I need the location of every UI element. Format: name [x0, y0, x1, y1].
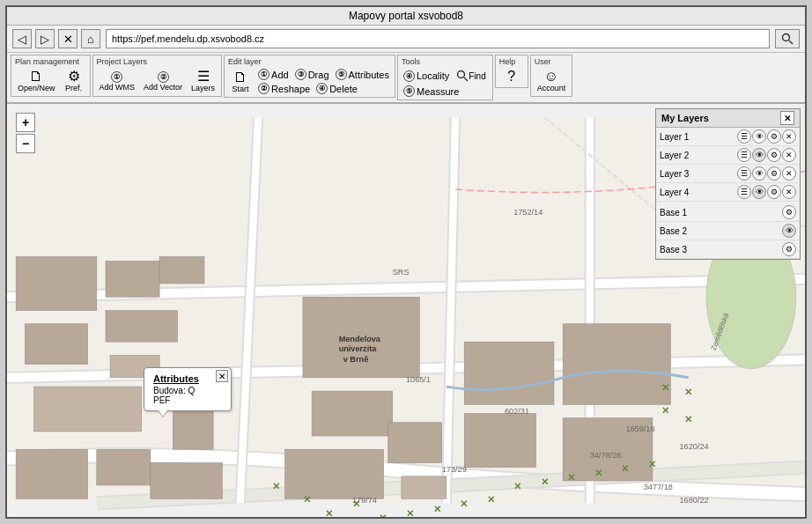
svg-text:univerzita: univerzita	[339, 344, 378, 353]
url-input[interactable]	[106, 29, 770, 48]
svg-rect-17	[312, 391, 393, 436]
delete-button[interactable]: ④ Delete	[314, 82, 359, 95]
project-layers-group: Project Layers ① Add WMS ② Add Vector ☰	[92, 55, 223, 97]
forward-button[interactable]: ▷	[35, 29, 55, 48]
popup-line-1: Budova: Q	[153, 386, 222, 395]
attributes-button[interactable]: ⑤ Attributes	[334, 68, 391, 81]
layer-row-1: Layer 1 ☰ 👁 ⚙ ✕	[656, 128, 800, 146]
layer-2-eye-button[interactable]: 👁	[752, 148, 766, 162]
find-icon	[456, 70, 469, 82]
edit-start-button[interactable]: 🗋 Start	[228, 69, 253, 95]
svg-rect-25	[402, 476, 447, 498]
add-feature-button[interactable]: ① Add	[256, 68, 291, 81]
find-button[interactable]: Find	[454, 68, 488, 84]
layers-label: Layers	[191, 84, 215, 92]
layer-4-menu-button[interactable]: ☰	[737, 185, 751, 199]
app-window: Mapovy portal xsvobod8 ◁ ▷ ✕ ⌂ Plan mana…	[5, 5, 807, 519]
layer-3-eye-button[interactable]: 👁	[752, 166, 766, 181]
open-new-label: Open/New	[18, 84, 55, 92]
layers-panel-header: My Layers ✕	[656, 109, 800, 128]
layer-1-menu-button[interactable]: ☰	[737, 129, 751, 144]
search-button[interactable]	[775, 29, 800, 48]
layers-button[interactable]: ☰ Layers	[188, 68, 218, 94]
svg-text:Zemědělská: Zemědělská	[710, 312, 731, 351]
base-1-controls: ⚙	[782, 205, 796, 219]
account-icon: ☺	[544, 70, 558, 84]
base-2-eye-button[interactable]: 👁	[782, 224, 796, 238]
tools-label: Tools	[402, 57, 489, 66]
locality-num: ④	[403, 70, 415, 82]
layer-3-delete-button[interactable]: ✕	[782, 166, 796, 181]
drag-button[interactable]: ③ Drag	[293, 68, 331, 81]
svg-point-0	[783, 34, 790, 41]
svg-rect-18	[285, 449, 384, 498]
drag-label: Drag	[308, 70, 329, 80]
reshape-button[interactable]: ② Reshape	[256, 82, 312, 95]
measure-label: Meassure	[417, 86, 459, 97]
layers-panel-close[interactable]: ✕	[780, 111, 794, 125]
svg-text:34/78/26: 34/78/26	[590, 451, 622, 460]
svg-rect-6	[25, 324, 87, 365]
layers-panel: My Layers ✕ Layer 1 ☰ 👁 ⚙ ✕ Layer 2 ☰ 👁 …	[655, 108, 801, 260]
back-button[interactable]: ◁	[12, 29, 32, 48]
svg-rect-11	[106, 311, 177, 343]
layer-3-settings-button[interactable]: ⚙	[767, 166, 781, 181]
account-button[interactable]: ☺ Account	[535, 68, 569, 94]
layer-1-name: Layer 1	[660, 132, 737, 142]
attribute-popup: ✕ Attributes Budova: Q PEF	[144, 367, 232, 411]
layer-4-settings-button[interactable]: ⚙	[767, 185, 781, 199]
svg-line-1	[789, 41, 793, 44]
base-3-settings-button[interactable]: ⚙	[782, 242, 796, 256]
map-area[interactable]: ✕ ✕ ✕ ✕ ✕ ✕ ✕ ✕ ✕ ✕ ✕ ✕ ✕ ✕ ✕ ✕ ✕ ✕ ✕ 17…	[7, 104, 805, 517]
base-1-settings-button[interactable]: ⚙	[782, 205, 796, 219]
svg-text:✕: ✕	[406, 508, 414, 517]
svg-rect-20	[464, 414, 535, 468]
help-button[interactable]: ?	[499, 68, 524, 85]
svg-rect-24	[388, 423, 442, 463]
svg-text:✕: ✕	[325, 508, 333, 517]
svg-text:1659/16: 1659/16	[625, 424, 654, 433]
drag-num: ③	[295, 69, 306, 80]
layer-3-menu-button[interactable]: ☰	[737, 166, 751, 181]
locality-button[interactable]: ④ Locality	[402, 70, 451, 83]
attributes-label: Attributes	[349, 70, 389, 80]
layer-1-eye-button[interactable]: 👁	[752, 129, 766, 144]
layer-4-eye-button[interactable]: 👁	[752, 185, 766, 199]
zoom-out-button[interactable]: −	[16, 134, 35, 153]
home-button[interactable]: ⌂	[81, 29, 100, 48]
layer-row-2: Layer 2 ☰ 👁 ⚙ ✕	[656, 146, 800, 165]
layer-2-menu-button[interactable]: ☰	[737, 148, 751, 162]
base-3-name: Base 3	[660, 245, 782, 255]
svg-text:✕: ✕	[567, 472, 575, 483]
layer-1-delete-button[interactable]: ✕	[782, 129, 796, 144]
layer-row-3: Layer 3 ☰ 👁 ⚙ ✕	[656, 165, 800, 183]
base-3-controls: ⚙	[782, 242, 796, 256]
svg-text:✕: ✕	[303, 494, 311, 505]
svg-rect-21	[563, 324, 670, 405]
open-new-button[interactable]: 🗋 Open/New	[15, 68, 58, 94]
nav-buttons: ◁ ▷ ✕ ⌂	[12, 29, 100, 48]
popup-close-button[interactable]: ✕	[216, 370, 228, 382]
measure-button[interactable]: ⑤ Meassure	[402, 85, 461, 98]
layer-2-delete-button[interactable]: ✕	[782, 148, 796, 162]
gear-icon: ⚙	[68, 70, 80, 84]
svg-text:✕: ✕	[684, 414, 692, 424]
add-vector-button[interactable]: ② Add Vector	[141, 70, 185, 93]
zoom-controls: + −	[16, 113, 35, 153]
svg-text:SRS: SRS	[393, 268, 410, 277]
account-label: Account	[537, 84, 566, 92]
delete-label: Delete	[329, 84, 358, 94]
stop-button[interactable]: ✕	[58, 29, 78, 48]
add-wms-label: Add WMS	[100, 83, 136, 92]
layer-2-settings-button[interactable]: ⚙	[767, 148, 781, 162]
reshape-label: Reshape	[271, 84, 310, 94]
zoom-in-button[interactable]: +	[16, 113, 35, 132]
tools-actions: ④ Locality Find ⑤	[402, 68, 489, 98]
layer-4-delete-button[interactable]: ✕	[782, 185, 796, 199]
base-2-name: Base 2	[660, 226, 782, 236]
title-bar: Mapovy portal xsvobod8	[7, 7, 805, 26]
svg-text:1680/22: 1680/22	[679, 496, 708, 505]
add-wms-button[interactable]: ① Add WMS	[97, 70, 138, 93]
layer-1-settings-button[interactable]: ⚙	[767, 129, 781, 144]
preferences-button[interactable]: ⚙ Pref.	[62, 68, 86, 94]
